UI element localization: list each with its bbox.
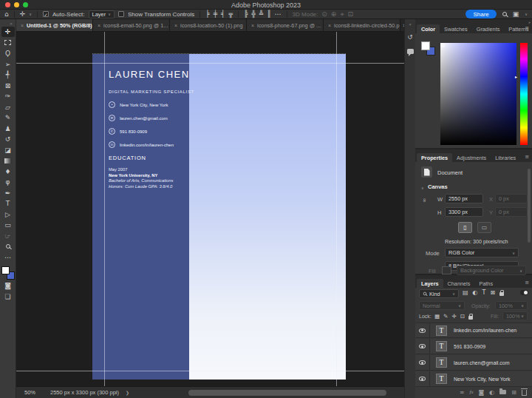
tab-icons8-phone[interactable]: × icons8-phone-67.png @ ...: [247, 19, 324, 31]
close-icon[interactable]: ×: [21, 23, 24, 28]
layer-visibility-toggle[interactable]: [415, 323, 430, 337]
hand-tool[interactable]: ☞: [1, 231, 15, 241]
filter-image-icon[interactable]: ▤: [463, 289, 468, 296]
layer-name[interactable]: New York City, New York: [454, 377, 511, 382]
blur-tool[interactable]: ♦: [1, 166, 15, 177]
tab-color[interactable]: Color: [417, 24, 440, 33]
eraser-tool[interactable]: ◪: [1, 145, 15, 155]
x-field[interactable]: 0 px: [495, 194, 528, 203]
tab-channels[interactable]: Channels: [443, 279, 475, 288]
foreground-color-swatch[interactable]: [1, 266, 10, 274]
dock-expand-button[interactable]: »: [528, 20, 531, 24]
y-field[interactable]: 0 px: [495, 207, 528, 217]
comments-panel-icon[interactable]: [407, 49, 414, 54]
tab-layers[interactable]: Layers: [417, 279, 443, 288]
chevron-down-icon[interactable]: ∨: [421, 186, 424, 190]
delete-layer-icon[interactable]: [522, 390, 527, 396]
dock-collapse-button[interactable]: «: [409, 21, 412, 27]
filter-toggle[interactable]: [520, 290, 528, 295]
type-layer-thumbnail[interactable]: T: [436, 357, 447, 368]
align-top-icon[interactable]: ╦: [228, 11, 232, 18]
lock-position-icon[interactable]: ✛: [451, 313, 456, 320]
layer-row[interactable]: T 591 830-0909: [415, 339, 532, 354]
close-icon[interactable]: ×: [251, 23, 254, 28]
type-tool[interactable]: T: [1, 198, 15, 209]
crop-tool[interactable]: ╃: [1, 70, 15, 80]
guide-horizontal-bottom[interactable]: [16, 371, 404, 371]
new-group-icon[interactable]: [499, 390, 506, 394]
clone-stamp-tool[interactable]: ♟: [1, 124, 15, 134]
more-options-icon[interactable]: ⋯: [275, 11, 282, 18]
tab-untitled-1[interactable]: × Untitled-1 @ 50% (RGB/8) *: [16, 19, 93, 31]
new-layer-icon[interactable]: ⊞: [511, 389, 516, 396]
landscape-orientation-button[interactable]: ▭: [477, 222, 491, 233]
horizontal-scrollbar[interactable]: [188, 390, 386, 396]
auto-select-dropdown[interactable]: Layer ∨: [89, 10, 115, 18]
lock-all-icon[interactable]: [468, 316, 473, 320]
frame-tool[interactable]: ⊠: [1, 81, 15, 91]
mode-dropdown[interactable]: RGB Color∨: [445, 248, 519, 257]
status-chevron-icon[interactable]: ❯: [126, 390, 129, 395]
lock-artboard-icon[interactable]: ⊡: [460, 313, 465, 320]
edit-toolbar-button[interactable]: ⋯: [1, 252, 15, 263]
close-icon[interactable]: ×: [98, 23, 100, 28]
layer-row[interactable]: T linkedin.com/in/lauren-chen: [415, 323, 532, 338]
tab-adjustments[interactable]: Adjustments: [452, 153, 491, 162]
hue-bar[interactable]: [520, 43, 528, 145]
tab-icons8-linkedin[interactable]: × icons8-linkedin-circled-50.p: [324, 19, 400, 31]
dodge-tool[interactable]: φ: [1, 177, 15, 187]
auto-select-checkbox[interactable]: ✓: [43, 11, 49, 17]
panel-menu-icon[interactable]: ≡: [525, 154, 529, 160]
filter-frame-icon[interactable]: ⊠: [490, 289, 495, 296]
width-field[interactable]: 2550 px: [445, 194, 483, 203]
object-selection-tool[interactable]: ➢: [1, 59, 15, 70]
type-layer-thumbnail[interactable]: T: [436, 341, 447, 351]
tab-swatches[interactable]: Swatches: [440, 24, 472, 33]
layer-name[interactable]: lauren.chen@gmail.com: [454, 360, 510, 365]
type-layer-thumbnail[interactable]: T: [436, 326, 447, 336]
history-panel-icon[interactable]: ↺: [407, 33, 413, 41]
distribute-right-icon[interactable]: ║: [267, 11, 270, 18]
color-field[interactable]: [440, 43, 516, 145]
hue-slider-pointer[interactable]: ▸: [515, 74, 517, 79]
distribute-center-icon[interactable]: ╬: [251, 11, 255, 18]
close-icon[interactable]: ×: [328, 23, 331, 28]
lasso-tool[interactable]: Ϙ: [1, 48, 15, 58]
guide-horizontal-top[interactable]: [16, 63, 404, 64]
layer-mask-icon[interactable]: ◙: [479, 389, 485, 396]
align-left-icon[interactable]: ╞: [205, 11, 209, 18]
history-brush-tool[interactable]: ↺: [1, 134, 15, 144]
layer-visibility-toggle[interactable]: [415, 355, 430, 370]
healing-brush-tool[interactable]: ▱: [1, 102, 15, 112]
height-field[interactable]: 3300 px: [445, 207, 483, 217]
brush-tool[interactable]: ✎: [1, 112, 15, 123]
panel-menu-icon[interactable]: ≡: [525, 280, 529, 286]
gradient-tool[interactable]: [1, 155, 15, 166]
resume-document[interactable]: LAUREN CHEN DIGITAL MARKETING SPECIALIST…: [92, 53, 346, 380]
layer-filter-dropdown[interactable]: Kind ∨: [419, 289, 459, 298]
tab-properties[interactable]: Properties: [417, 153, 452, 162]
portrait-orientation-button[interactable]: ▯: [458, 222, 472, 233]
lock-pixels-icon[interactable]: ✎: [443, 313, 448, 320]
share-button[interactable]: Share: [466, 10, 496, 18]
canvas-area[interactable]: LAUREN CHEN DIGITAL MARKETING SPECIALIST…: [16, 32, 404, 386]
tab-libraries[interactable]: Libraries: [491, 153, 520, 162]
align-right-icon[interactable]: ╡: [221, 11, 225, 18]
zoom-tool[interactable]: [1, 241, 15, 252]
quick-mask-button[interactable]: ◙: [1, 280, 15, 291]
move-tool[interactable]: ✛: [1, 27, 15, 37]
tab-icons8-location[interactable]: × icons8-location-50 (1).png: [170, 19, 247, 31]
panel-menu-icon[interactable]: ≡: [525, 25, 529, 31]
tab-gradients[interactable]: Gradients: [472, 24, 505, 33]
filter-type-icon[interactable]: T: [482, 289, 486, 296]
tab-paths[interactable]: Paths: [474, 279, 497, 288]
link-layers-icon[interactable]: ∞: [460, 389, 465, 396]
guide-vertical-left[interactable]: [104, 32, 105, 386]
distribute-bottom-icon[interactable]: ╩: [259, 11, 263, 18]
layer-name[interactable]: 591 830-0909: [454, 344, 485, 349]
zoom-level[interactable]: 50%: [24, 389, 35, 396]
rectangle-tool[interactable]: ▭: [1, 220, 15, 230]
layer-visibility-toggle[interactable]: [415, 371, 430, 386]
align-center-icon[interactable]: ╪: [214, 11, 217, 18]
type-layer-thumbnail[interactable]: T: [436, 374, 447, 384]
